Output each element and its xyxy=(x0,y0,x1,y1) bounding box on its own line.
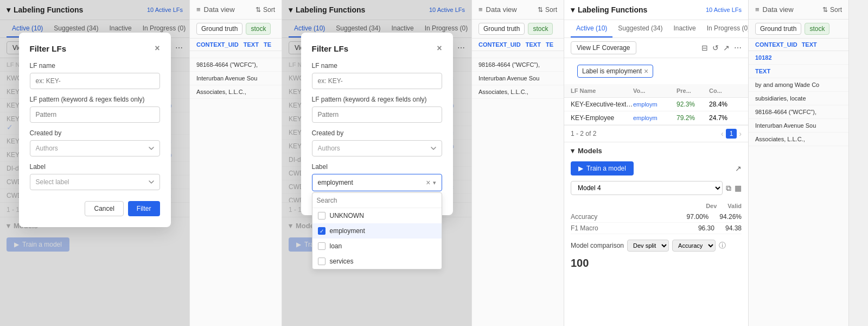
view-lf-coverage-button-5[interactable]: View LF Coverage xyxy=(571,41,636,54)
panel-data-2: ≡ Data view ⇅ Sort Ground truth stock CO… xyxy=(472,0,564,326)
dropdown-search-input[interactable] xyxy=(317,197,437,204)
dev-split-select[interactable]: Dev split xyxy=(627,240,669,252)
dialog-close-button-1[interactable]: × xyxy=(155,43,159,53)
tab-in-progress-5[interactable]: In Progress (0) xyxy=(701,20,749,37)
data-view-label-4: ≡ Data view xyxy=(478,5,533,14)
sort-icon-6: ⇅ xyxy=(822,6,828,14)
col-pre-5: Pre... xyxy=(676,87,709,94)
export-model-icon[interactable]: ↗ xyxy=(735,164,742,173)
dialog-title-3: Filter LFs × xyxy=(312,43,442,53)
active-lfs-badge-5: 10 Active LFs xyxy=(706,7,742,13)
col-vol-5: Vo... xyxy=(633,87,676,94)
checkbox-employment[interactable]: ✓ xyxy=(318,227,326,235)
model-stats-area: Dev Valid Accuracy 97.00% 94.26% F1 Macr… xyxy=(564,198,748,236)
ground-truth-badge-4: Ground truth xyxy=(478,23,525,35)
data-cell: Interurban Avenue Sou xyxy=(190,72,282,85)
model-select[interactable]: Model 4 xyxy=(571,181,723,195)
accuracy-type-select[interactable]: Accuracy xyxy=(672,240,716,252)
dropdown-item-loan[interactable]: loan xyxy=(312,239,442,254)
chevron-down-icon-label: ▾ xyxy=(433,179,436,186)
tab-inactive-5[interactable]: Inactive xyxy=(668,20,701,37)
export-icon-5[interactable]: ↗ xyxy=(723,43,730,52)
prev-page-button[interactable]: ‹ xyxy=(721,129,724,138)
more-icon-5[interactable]: ⋯ xyxy=(734,43,742,52)
dropdown-item-unknown[interactable]: UNKNOWN xyxy=(312,208,442,223)
filter-dialog-1: Filter LFs × LF name LF pattern (keyword… xyxy=(19,33,171,227)
created-by-select[interactable]: Authors xyxy=(30,140,160,156)
dialog-close-button-3[interactable]: × xyxy=(437,43,442,53)
play-icon-5: ▶ xyxy=(578,165,583,172)
checkbox-loan[interactable] xyxy=(318,242,326,250)
tab-suggested-5[interactable]: Suggested (34) xyxy=(612,20,668,37)
lf-pattern-input[interactable] xyxy=(30,106,160,123)
lf-pattern-input-3[interactable] xyxy=(312,106,442,123)
lf-name-input[interactable] xyxy=(30,73,160,89)
dropdown-item-employment[interactable]: ✓ employment xyxy=(312,223,442,239)
stats-accuracy-row: Accuracy 97.00% 94.26% xyxy=(571,211,742,223)
panel-labeling-2: ▾ Labeling Functions 10 Active LFs Activ… xyxy=(282,0,472,326)
sort-button-1[interactable]: ⇅ Sort xyxy=(256,6,275,14)
col-lf-name-5: LF Name xyxy=(571,87,633,94)
menu-icon-6: ≡ xyxy=(755,5,760,14)
data-cell-4: 98168-4664 ("WCFC"), xyxy=(472,58,564,72)
data-cell-6: Associates, L.L.C., xyxy=(749,133,848,146)
table-row[interactable]: KEY-Executive-text_trunc employm 92.3% 2… xyxy=(564,98,748,111)
menu-icon-4: ≡ xyxy=(478,5,483,14)
created-by-select-3[interactable]: Authors xyxy=(312,140,442,156)
col-text: TEXT xyxy=(802,41,817,48)
data-badges-1: Ground truth stock xyxy=(190,20,282,39)
next-page-button[interactable]: › xyxy=(739,129,742,138)
info-icon: ⓘ xyxy=(719,241,726,250)
cancel-button-1[interactable]: Cancel xyxy=(85,201,123,216)
data-header-4: ≡ Data view ⇅ Sort xyxy=(472,0,564,20)
panel-data-1: ≡ Data view ⇅ Sort Ground truth stock CO… xyxy=(190,0,282,326)
table-row[interactable]: KEY-Employee employm 79.2% 24.7% xyxy=(564,111,748,125)
tabs-5: Active (10) Suggested (34) Inactive In P… xyxy=(564,20,748,38)
pagination-5: 1 - 2 of 2 ‹ 1 › xyxy=(564,125,748,142)
filter-icon-5[interactable]: ⊟ xyxy=(701,43,708,52)
label-dropdown-panel: UNKNOWN ✓ employment loan services xyxy=(312,192,442,269)
sort-button-6[interactable]: ⇅ Sort xyxy=(822,6,842,14)
panel-data-right: ≡ Data view ⇅ Sort Ground truth stock CO… xyxy=(749,0,849,326)
label-dropdown-input[interactable]: employment × ▾ xyxy=(312,174,442,191)
current-page[interactable]: 1 xyxy=(726,129,737,139)
data-cell: 98168-4664 ("WCFC"), xyxy=(190,58,282,72)
tab-active-5[interactable]: Active (10) xyxy=(571,20,612,37)
label-label: Label xyxy=(30,163,160,171)
checkbox-unknown[interactable] xyxy=(318,212,326,220)
data-cell-4 xyxy=(472,51,564,58)
data-cell-4: Interurban Avenue Sou xyxy=(472,72,564,85)
filter-button-1[interactable]: Filter xyxy=(128,201,160,216)
models-section-header-5[interactable]: ▾ Models xyxy=(564,142,748,159)
created-by-label-3: Created by xyxy=(312,129,442,137)
sort-button-4[interactable]: ⇅ Sort xyxy=(538,6,557,14)
clear-icon[interactable]: × xyxy=(426,178,430,187)
labeling-functions-title-5: Labeling Functions xyxy=(578,5,647,14)
data-header-6: ≡ Data view ⇅ Sort xyxy=(749,0,848,20)
refresh-icon-5[interactable]: ↺ xyxy=(712,43,719,52)
toolbar-5: View LF Coverage ⊟ ↺ ↗ ⋯ xyxy=(564,38,748,58)
filter-tag-remove[interactable]: × xyxy=(644,67,648,76)
grid-icon[interactable]: ▦ xyxy=(735,184,742,192)
copy-icon[interactable]: ⧉ xyxy=(726,184,731,193)
lf-pattern-label: LF pattern (keyword & regex fields only) xyxy=(30,96,160,103)
dropdown-item-services[interactable]: services xyxy=(312,254,442,269)
col-co-5: Co... xyxy=(709,87,742,94)
panel-title-5: ▾ Labeling Functions xyxy=(571,5,706,14)
data-cell-6: subsidiaries, locate xyxy=(749,92,848,105)
panel-labeling-1: ▾ Labeling Functions 10 Active LFs Activ… xyxy=(0,0,190,326)
data-badges-4: Ground truth stock xyxy=(472,20,564,39)
dropdown-search xyxy=(312,193,442,208)
data-cell-6: 98168-4664 ("WCFC"), xyxy=(749,105,848,119)
checkbox-services[interactable] xyxy=(318,258,326,265)
lf-name-input-3[interactable] xyxy=(312,73,442,89)
data-cell-6: TEXT xyxy=(749,65,848,78)
panel-labeling-filtered: ▾ Labeling Functions 10 Active LFs Activ… xyxy=(564,0,749,326)
ground-truth-badge-6: Ground truth xyxy=(755,23,801,35)
label-select[interactable]: Select label xyxy=(30,174,160,190)
train-model-button-5[interactable]: ▶ Train a model xyxy=(571,161,634,175)
panel-header-5: ▾ Labeling Functions 10 Active LFs xyxy=(564,0,748,20)
chevron-down-icon-5: ▾ xyxy=(571,5,575,14)
stock-badge-6: stock xyxy=(805,23,829,35)
stats-header: Dev Valid xyxy=(571,200,742,211)
